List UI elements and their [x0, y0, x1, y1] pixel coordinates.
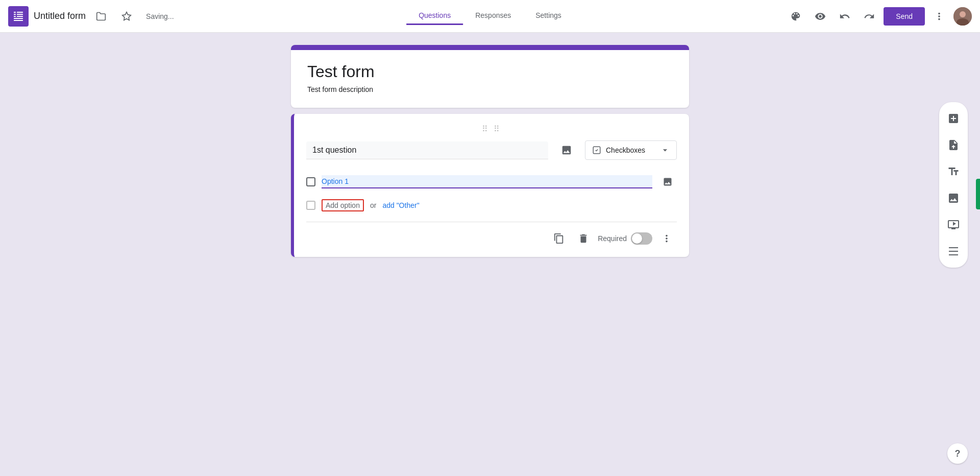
question-type-label: Checkboxes — [606, 146, 656, 154]
tab-responses[interactable]: Responses — [463, 7, 523, 25]
navbar-center: Questions Responses Settings — [406, 7, 574, 25]
undo-button[interactable] — [835, 6, 855, 27]
add-question-button[interactable] — [941, 106, 966, 131]
add-title-button[interactable] — [941, 159, 966, 184]
redo-button[interactable] — [859, 6, 879, 27]
question-card: ⠿ ⠿ Checkboxes — [291, 114, 689, 257]
option-1-row — [306, 171, 677, 193]
navbar-left: Untitled form Saving... — [8, 6, 786, 27]
palette-button[interactable] — [786, 6, 806, 27]
question-image-button[interactable] — [556, 140, 577, 160]
drag-handle: ⠿ ⠿ — [306, 124, 677, 134]
form-title-navbar: Untitled form — [34, 11, 86, 21]
svg-rect-7 — [14, 20, 23, 21]
tab-questions[interactable]: Questions — [406, 7, 463, 25]
add-other-button[interactable]: add "Other" — [382, 200, 419, 210]
question-type-select[interactable]: Checkboxes — [585, 140, 677, 160]
add-section-button[interactable] — [941, 239, 966, 264]
add-option-button[interactable]: Add option — [322, 199, 364, 211]
question-input[interactable] — [306, 141, 548, 159]
svg-rect-4 — [17, 14, 23, 15]
nav-tabs: Questions Responses Settings — [406, 7, 574, 25]
form-title: Test form — [307, 62, 673, 81]
app-icon — [8, 6, 29, 27]
option-1-input[interactable] — [322, 175, 652, 188]
svg-point-10 — [960, 11, 966, 17]
or-text: or — [370, 201, 376, 209]
required-label: Required — [598, 234, 627, 243]
help-button[interactable]: ? — [947, 443, 968, 464]
toggle-track[interactable] — [631, 232, 652, 245]
question-top-row: Checkboxes — [306, 140, 677, 160]
navbar: Untitled form Saving... Questions Respon… — [0, 0, 980, 33]
tab-settings[interactable]: Settings — [523, 7, 574, 25]
duplicate-button[interactable] — [549, 228, 569, 249]
add-video-button[interactable] — [941, 212, 966, 237]
svg-rect-0 — [14, 12, 16, 13]
add-image-button[interactable] — [941, 186, 966, 210]
saving-status: Saving... — [146, 12, 174, 20]
help-icon: ? — [955, 448, 961, 459]
required-toggle[interactable] — [631, 232, 652, 245]
card-bottom-row: Required — [306, 228, 677, 249]
delete-button[interactable] — [573, 228, 594, 249]
svg-rect-2 — [14, 16, 16, 17]
question-more-button[interactable] — [656, 228, 677, 249]
dropdown-icon — [660, 145, 670, 155]
checkboxes-icon — [592, 145, 602, 155]
add-option-checkbox — [306, 201, 315, 210]
star-button[interactable] — [116, 6, 137, 27]
svg-rect-3 — [17, 12, 23, 13]
folder-button[interactable] — [91, 6, 111, 27]
navbar-right: Send — [786, 6, 972, 27]
option-1-checkbox[interactable] — [306, 177, 315, 186]
card-divider — [306, 222, 677, 222]
form-header-card: Test form Test form description — [291, 45, 689, 108]
send-button[interactable]: Send — [884, 7, 925, 26]
preview-button[interactable] — [810, 6, 830, 27]
svg-marker-8 — [122, 12, 131, 20]
right-sidebar — [939, 102, 968, 268]
more-options-button[interactable] — [929, 6, 949, 27]
svg-rect-1 — [14, 14, 16, 15]
toggle-thumb — [632, 233, 642, 244]
svg-rect-5 — [17, 16, 23, 17]
add-option-row: Add option or add "Other" — [306, 197, 677, 213]
option-1-image-button[interactable] — [658, 173, 677, 191]
user-avatar[interactable] — [953, 7, 972, 26]
main-content: Test form Test form description ⠿ ⠿ — [0, 33, 980, 269]
question-input-wrap — [306, 141, 548, 159]
svg-rect-6 — [14, 18, 23, 19]
import-questions-button[interactable] — [941, 133, 966, 157]
green-indicator — [976, 179, 980, 209]
form-description: Test form description — [307, 85, 673, 93]
